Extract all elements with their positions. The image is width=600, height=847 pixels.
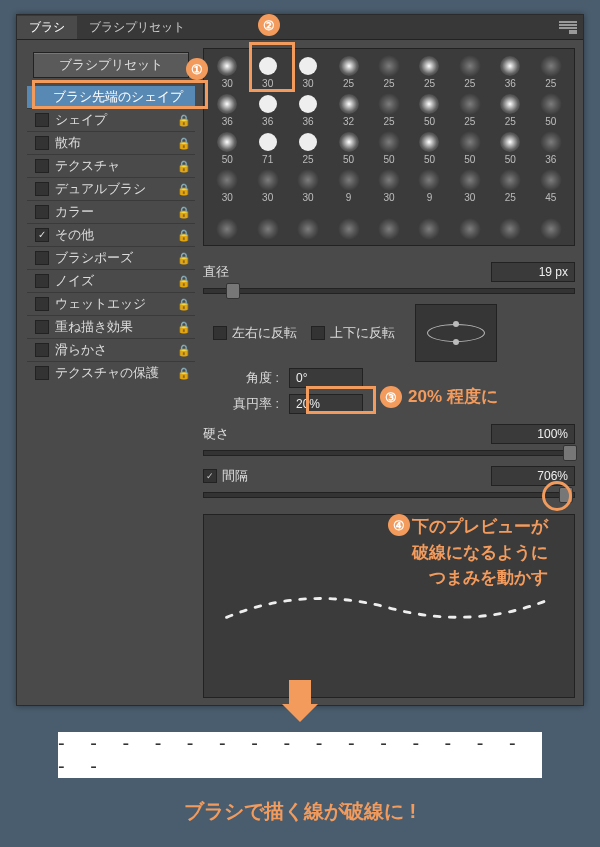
angle-widget[interactable]: [415, 304, 497, 362]
brush-tip[interactable]: 9: [410, 167, 448, 203]
option-label: 滑らかさ: [55, 342, 107, 359]
brush-tip[interactable]: 50: [208, 129, 246, 165]
option-checkbox[interactable]: [35, 113, 49, 127]
option-11[interactable]: 滑らかさ🔒: [27, 338, 195, 361]
diameter-slider[interactable]: [203, 288, 575, 294]
brush-tip[interactable]: [248, 205, 286, 241]
option-checkbox[interactable]: [35, 205, 49, 219]
brush-tip[interactable]: [289, 205, 327, 241]
options-sidebar: ブラシプリセット ブラシ先端のシェイプシェイプ🔒散布🔒テクスチャ🔒デュアルブラシ…: [25, 48, 197, 698]
roundness-label: 真円率 :: [203, 396, 289, 413]
option-checkbox[interactable]: [35, 159, 49, 173]
brush-tip[interactable]: 30: [248, 167, 286, 203]
diameter-value[interactable]: 19 px: [491, 262, 575, 282]
brush-tip[interactable]: 25: [370, 53, 408, 89]
option-3[interactable]: テクスチャ🔒: [27, 154, 195, 177]
brush-tip[interactable]: 25: [532, 53, 570, 89]
option-checkbox[interactable]: [35, 251, 49, 265]
spacing-checkbox[interactable]: [203, 469, 217, 483]
lock-icon: 🔒: [177, 229, 191, 242]
brush-tip[interactable]: 36: [248, 91, 286, 127]
note-3: 20% 程度に: [408, 384, 498, 410]
brush-tip[interactable]: 25: [370, 91, 408, 127]
option-0[interactable]: ブラシ先端のシェイプ: [27, 86, 195, 108]
option-checkbox[interactable]: [35, 274, 49, 288]
brush-tip[interactable]: 50: [329, 129, 367, 165]
brush-tip[interactable]: [451, 205, 489, 241]
option-checkbox[interactable]: [35, 228, 49, 242]
lock-icon: 🔒: [177, 137, 191, 150]
angle-value[interactable]: 0°: [289, 368, 363, 388]
option-2[interactable]: 散布🔒: [27, 131, 195, 154]
brush-tip[interactable]: 30: [370, 167, 408, 203]
brush-tip[interactable]: 50: [410, 129, 448, 165]
option-10[interactable]: 重ね描き効果🔒: [27, 315, 195, 338]
option-checkbox[interactable]: [35, 182, 49, 196]
brush-tip[interactable]: 50: [491, 129, 529, 165]
brush-tip[interactable]: 45: [532, 167, 570, 203]
option-9[interactable]: ウェットエッジ🔒: [27, 292, 195, 315]
brush-tip[interactable]: 30: [289, 53, 327, 89]
option-checkbox[interactable]: [35, 320, 49, 334]
flip-x-checkbox[interactable]: [213, 326, 227, 340]
option-checkbox[interactable]: [35, 297, 49, 311]
brush-tip[interactable]: 36: [289, 91, 327, 127]
brush-tip[interactable]: [208, 205, 246, 241]
diameter-label: 直径: [203, 264, 229, 281]
tab-brush-preset[interactable]: ブラシプリセット: [77, 16, 197, 39]
brush-tip[interactable]: 25: [451, 53, 489, 89]
brush-tip[interactable]: 50: [410, 91, 448, 127]
spacing-value[interactable]: 706%: [491, 466, 575, 486]
option-7[interactable]: ブラシポーズ🔒: [27, 246, 195, 269]
option-label: ノイズ: [55, 273, 94, 290]
brush-tip[interactable]: 9: [329, 167, 367, 203]
option-6[interactable]: その他🔒: [27, 223, 195, 246]
brush-tip[interactable]: 25: [491, 91, 529, 127]
brush-tip[interactable]: 50: [532, 91, 570, 127]
option-checkbox[interactable]: [35, 366, 49, 380]
hardness-slider[interactable]: [203, 450, 575, 456]
brush-tip[interactable]: [410, 205, 448, 241]
brush-tip[interactable]: 30: [289, 167, 327, 203]
brush-tip[interactable]: 71: [248, 129, 286, 165]
panel-menu-icon[interactable]: [559, 20, 577, 34]
roundness-value[interactable]: 20%: [289, 394, 363, 414]
hardness-value[interactable]: 100%: [491, 424, 575, 444]
brush-tip[interactable]: [532, 205, 570, 241]
brush-tip[interactable]: [370, 205, 408, 241]
option-label: ブラシ先端のシェイプ: [53, 89, 183, 106]
option-8[interactable]: ノイズ🔒: [27, 269, 195, 292]
preset-button[interactable]: ブラシプリセット: [33, 52, 189, 78]
brush-tip[interactable]: 25: [329, 53, 367, 89]
brush-tip[interactable]: 30: [208, 53, 246, 89]
brush-tip[interactable]: 30: [208, 167, 246, 203]
brush-tip[interactable]: 30: [248, 53, 286, 89]
brush-tip[interactable]: [491, 205, 529, 241]
option-checkbox[interactable]: [35, 136, 49, 150]
lock-icon: 🔒: [177, 367, 191, 380]
brush-tip[interactable]: 25: [451, 91, 489, 127]
option-label: ウェットエッジ: [55, 296, 146, 313]
brush-tip[interactable]: 25: [289, 129, 327, 165]
brush-tip[interactable]: 36: [491, 53, 529, 89]
tab-brush[interactable]: ブラシ: [17, 16, 77, 39]
option-4[interactable]: デュアルブラシ🔒: [27, 177, 195, 200]
flip-y-checkbox[interactable]: [311, 326, 325, 340]
option-12[interactable]: テクスチャの保護🔒: [27, 361, 195, 384]
brush-tip[interactable]: 32: [329, 91, 367, 127]
spacing-slider[interactable]: [203, 492, 575, 498]
brush-tip[interactable]: 36: [208, 91, 246, 127]
brush-tip-grid[interactable]: 3030302525252536253636363225502525505071…: [203, 48, 575, 246]
brush-tip[interactable]: 25: [410, 53, 448, 89]
badge-1: ①: [186, 58, 208, 80]
flip-x-label: 左右に反転: [232, 325, 297, 342]
brush-tip[interactable]: [329, 205, 367, 241]
option-checkbox[interactable]: [35, 343, 49, 357]
brush-tip[interactable]: 50: [370, 129, 408, 165]
option-5[interactable]: カラー🔒: [27, 200, 195, 223]
brush-tip[interactable]: 50: [451, 129, 489, 165]
brush-tip[interactable]: 25: [491, 167, 529, 203]
brush-tip[interactable]: 30: [451, 167, 489, 203]
option-1[interactable]: シェイプ🔒: [27, 108, 195, 131]
brush-tip[interactable]: 36: [532, 129, 570, 165]
